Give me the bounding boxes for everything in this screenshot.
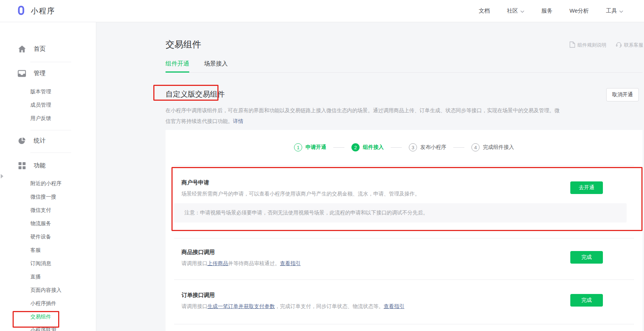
description-text: ，完成订单支付，同步订单状态、物流状态等。 bbox=[275, 303, 384, 309]
create-order-link[interactable]: 生成一笔订单并获取支付参数 bbox=[207, 303, 275, 309]
component-rules-link[interactable]: 组件规则说明 bbox=[570, 41, 606, 49]
sidebar-collapse-arrow-icon[interactable] bbox=[1, 174, 3, 178]
order-api-done-button[interactable]: 完成 bbox=[570, 294, 603, 307]
step-number: 3 bbox=[409, 143, 417, 151]
topbar: 小程序 文档 社区 服务 We分析 工具 bbox=[0, 0, 644, 22]
chevron-down-icon bbox=[520, 8, 524, 14]
divider bbox=[30, 153, 71, 153]
sidebar-item-nearby-miniprograms[interactable]: 附近的小程序 bbox=[0, 177, 96, 190]
view-guide-link[interactable]: 查看指引 bbox=[384, 303, 404, 309]
divider bbox=[30, 130, 71, 130]
sidebar-item-label: 功能 bbox=[34, 162, 46, 170]
step-label: 发布小程序 bbox=[420, 144, 446, 151]
miniprogram-console-page: 小程序 文档 社区 服务 We分析 工具 bbox=[0, 0, 644, 331]
step-connector bbox=[333, 147, 344, 148]
sidebar-item-hardware-devices[interactable]: 硬件设备 bbox=[0, 230, 96, 244]
header-link-label: 组件规则说明 bbox=[577, 42, 606, 49]
nav-label: 工具 bbox=[606, 7, 617, 14]
sidebar-item-page-content-access[interactable]: 页面内容接入 bbox=[0, 284, 96, 297]
section-title: 自定义版交易组件 bbox=[166, 87, 643, 101]
row-title: 商户号申请 bbox=[181, 179, 570, 186]
manage-sublist: 版本管理 成员管理 用户反馈 bbox=[0, 85, 96, 125]
sidebar-item-live-streaming[interactable]: 直播 bbox=[0, 270, 96, 284]
description-text: 请调用接口 bbox=[181, 303, 207, 309]
step-label: 完成组件接入 bbox=[483, 144, 514, 151]
sidebar-item-miniprogram-plugins[interactable]: 小程序插件 bbox=[0, 297, 96, 310]
sidebar-item-wechat-pay[interactable]: 微信支付 bbox=[0, 204, 96, 217]
sidebar-item-transaction-components[interactable]: 交易组件 bbox=[0, 310, 96, 324]
step-label: 申请开通 bbox=[306, 144, 326, 151]
sidebar-item-user-feedback[interactable]: 用户反馈 bbox=[0, 112, 96, 125]
tabs: 组件开通 场景接入 bbox=[166, 60, 643, 73]
cancel-activation-button[interactable]: 取消开通 bbox=[606, 88, 639, 101]
sidebar-item-features[interactable]: 功能 bbox=[0, 158, 96, 173]
document-icon bbox=[570, 41, 575, 49]
sidebar-item-logistics-service[interactable]: 物流服务 bbox=[0, 217, 96, 230]
nav-item-services[interactable]: 服务 bbox=[541, 7, 553, 14]
row-description: 请调用接口生成一笔订单并获取支付参数，完成订单支付，同步订单状态、物流状态等。查… bbox=[181, 302, 570, 310]
stepper: 1 申请开通 2 组件接入 3 发布小程序 4 bbox=[174, 130, 634, 151]
row-content: 订单接口调用 请调用接口生成一笔订单并获取支付参数，完成订单支付，同步订单状态、… bbox=[181, 292, 570, 310]
nav-item-tools[interactable]: 工具 bbox=[606, 7, 623, 14]
sidebar-item-member-management[interactable]: 成员管理 bbox=[0, 98, 96, 112]
activate-merchant-button[interactable]: 去开通 bbox=[570, 181, 603, 194]
sidebar-item-manage[interactable]: 管理 bbox=[0, 66, 96, 81]
row-description: 场景经营所需商户号的申请，可以查看小程序使用该商户号产生的交易金额、流水，申请、… bbox=[181, 190, 570, 197]
step-complete-access: 4 完成组件接入 bbox=[471, 143, 514, 151]
description-text: 在小程序中调用该组件后，可在原有的界面和功能以及交易链路上接入微信生态内的场景。… bbox=[166, 107, 560, 124]
grid-icon bbox=[17, 162, 26, 169]
chevron-down-icon bbox=[619, 8, 623, 14]
nav-item-community[interactable]: 社区 bbox=[507, 7, 524, 14]
step-number: 1 bbox=[294, 143, 302, 151]
section-description: 在小程序中调用该组件后，可在原有的界面和功能以及交易链路上接入微信生态内的场景。… bbox=[166, 105, 564, 127]
header-link-label: 联系客服 bbox=[624, 42, 643, 49]
brand[interactable]: 小程序 bbox=[16, 5, 55, 17]
sidebar-item-home[interactable]: 首页 bbox=[0, 41, 96, 56]
product-api-row: 商品接口调用 请调用接口上传商品并等待商品审核通过。查看指引 完成 bbox=[174, 238, 634, 280]
step-number: 4 bbox=[471, 143, 480, 151]
brand-name: 小程序 bbox=[31, 6, 55, 16]
inbox-icon bbox=[17, 70, 26, 77]
merchant-account-application-row: 商户号申请 场景经营所需商户号的申请，可以查看小程序使用该商户号产生的交易金额、… bbox=[174, 166, 634, 234]
tab-component-activation[interactable]: 组件开通 bbox=[166, 60, 189, 72]
sidebar-item-wechat-search[interactable]: 微信搜一搜 bbox=[0, 190, 96, 204]
sidebar-item-customer-service[interactable]: 客服 bbox=[0, 244, 96, 257]
sidebar-item-label: 统计 bbox=[34, 137, 46, 145]
top-navigation: 文档 社区 服务 We分析 工具 bbox=[479, 7, 629, 14]
sidebar-item-miniprogram-alliance[interactable]: 小程序联盟 bbox=[0, 324, 96, 331]
sidebar-item-subscription-messages[interactable]: 订阅消息 bbox=[0, 257, 96, 270]
tab-scene-access[interactable]: 场景接入 bbox=[204, 60, 228, 72]
contact-support-link[interactable]: 联系客服 bbox=[616, 41, 643, 49]
description-text: 请调用接口 bbox=[181, 260, 207, 266]
description-text: 并等待商品审核通过。 bbox=[228, 260, 280, 266]
step-apply-activation: 1 申请开通 bbox=[294, 143, 326, 151]
sidebar-item-statistics[interactable]: 统计 bbox=[0, 133, 96, 148]
headset-icon bbox=[616, 41, 622, 49]
nav-item-docs[interactable]: 文档 bbox=[479, 7, 490, 14]
step-connector bbox=[391, 147, 402, 148]
details-link[interactable]: 详情 bbox=[233, 118, 243, 124]
sidebar-item-version-management[interactable]: 版本管理 bbox=[0, 85, 96, 98]
step-connector bbox=[453, 147, 464, 148]
view-guide-link[interactable]: 查看指引 bbox=[280, 260, 301, 266]
features-sublist: 附近的小程序 微信搜一搜 微信支付 物流服务 硬件设备 客服 订阅消息 直播 页… bbox=[0, 177, 96, 331]
section-head: 自定义版交易组件 取消开通 bbox=[166, 87, 643, 101]
upload-product-link[interactable]: 上传商品 bbox=[207, 260, 228, 266]
header-links: 组件规则说明 联系客服 bbox=[570, 41, 643, 49]
divider bbox=[30, 62, 71, 62]
order-api-row: 订单接口调用 请调用接口生成一笔订单并获取支付参数，完成订单支付，同步订单状态、… bbox=[174, 280, 634, 324]
nav-item-we-analytics[interactable]: We分析 bbox=[570, 7, 589, 14]
row-title: 订单接口调用 bbox=[181, 292, 570, 298]
sidebar-item-label: 首页 bbox=[34, 45, 46, 53]
nav-label: 社区 bbox=[507, 7, 518, 14]
home-icon bbox=[17, 46, 26, 53]
pie-chart-icon bbox=[17, 137, 26, 145]
activation-card: 1 申请开通 2 组件接入 3 发布小程序 4 bbox=[166, 130, 643, 331]
step-component-access: 2 组件接入 bbox=[351, 143, 384, 151]
row-content: 商户号申请 场景经营所需商户号的申请，可以查看小程序使用该商户号产生的交易金额、… bbox=[181, 179, 570, 197]
sidebar: 首页 管理 版本管理 成员管理 用户反馈 bbox=[0, 22, 96, 331]
main-content: 交易组件 组件规则说明 bbox=[96, 22, 644, 331]
step-number: 2 bbox=[351, 143, 360, 151]
nav-label: 服务 bbox=[541, 7, 553, 14]
product-api-done-button[interactable]: 完成 bbox=[570, 251, 603, 264]
